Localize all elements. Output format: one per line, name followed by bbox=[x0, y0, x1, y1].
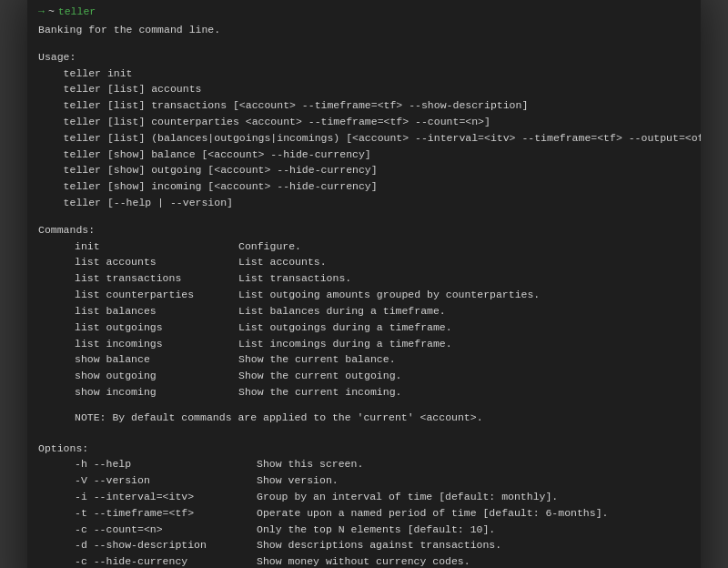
option-flag: -d --show-description bbox=[75, 537, 257, 553]
command-desc: List outgoing amounts grouped by counter… bbox=[238, 287, 690, 303]
commands-list: initConfigure.list accountsList accounts… bbox=[38, 238, 690, 401]
command-desc: List incomings during a timeframe. bbox=[238, 336, 690, 352]
usage-line: teller [list] counterparties <account> -… bbox=[38, 114, 690, 130]
option-desc: Show this screen. bbox=[257, 456, 690, 472]
command-desc: List accounts. bbox=[238, 254, 690, 270]
command-name: init bbox=[75, 238, 238, 255]
tagline: Banking for the command line. bbox=[38, 22, 690, 38]
terminal-body[interactable]: → ~ teller Banking for the command line.… bbox=[27, 0, 701, 568]
command-name: list balances bbox=[75, 303, 238, 320]
usage-line: teller [list] (balances|outgoings|incomi… bbox=[38, 130, 690, 147]
option-row: -d --show-descriptionShow descriptions a… bbox=[38, 537, 690, 553]
command-row: list accountsList accounts. bbox=[38, 254, 690, 270]
option-row: -V --versionShow version. bbox=[38, 472, 690, 489]
command-desc: List transactions. bbox=[238, 270, 690, 287]
option-desc: Only the top N elements [default: 10]. bbox=[257, 522, 690, 538]
command-name: show balance bbox=[75, 351, 238, 368]
note-line: NOTE: By default commands are applied to… bbox=[38, 410, 690, 426]
options-list: -h --helpShow this screen.-V --versionSh… bbox=[38, 456, 690, 568]
option-row: -c --count=<n>Only the top N elements [d… bbox=[38, 522, 690, 538]
command-row: show incomingShow the current incoming. bbox=[38, 384, 690, 401]
command-row: show balanceShow the current balance. bbox=[38, 351, 690, 368]
command-row: list balancesList balances during a time… bbox=[38, 303, 690, 320]
command-row: initConfigure. bbox=[38, 238, 690, 255]
command-desc: Show the current incoming. bbox=[238, 384, 690, 401]
usage-header: Usage: bbox=[38, 49, 690, 66]
usage-line: teller [list] accounts bbox=[38, 81, 690, 97]
prompt-command: teller bbox=[58, 4, 96, 20]
option-flag: -i --interval=<itv> bbox=[75, 489, 257, 505]
option-flag: -c --hide-currency bbox=[75, 553, 257, 568]
usage-line: teller [show] incoming [<account> --hide… bbox=[38, 178, 690, 195]
terminal-window: ↑ sebinsua — teller-cli — -zsh — 111×38 … bbox=[27, 0, 701, 568]
option-row: -h --helpShow this screen. bbox=[38, 456, 690, 472]
command-desc: Show the current balance. bbox=[238, 351, 690, 368]
option-desc: Show descriptions against transactions. bbox=[257, 537, 690, 553]
command-row: list incomingsList incomings during a ti… bbox=[38, 336, 690, 352]
command-desc: Show the current outgoing. bbox=[238, 368, 690, 384]
command-row: list transactionsList transactions. bbox=[38, 270, 690, 287]
usage-line: teller [list] transactions [<account> --… bbox=[38, 97, 690, 114]
option-desc: Show money without currency codes. bbox=[257, 553, 690, 568]
option-desc: Show version. bbox=[257, 472, 690, 489]
command-name: list accounts bbox=[75, 254, 238, 270]
command-name: show incoming bbox=[75, 384, 238, 401]
option-row: -i --interval=<itv>Group by an interval … bbox=[38, 489, 690, 505]
option-flag: -V --version bbox=[75, 472, 257, 489]
option-desc: Group by an interval of time [default: m… bbox=[257, 489, 690, 505]
prompt-arrow-icon: → bbox=[38, 4, 45, 20]
usage-line: teller [show] outgoing [<account> --hide… bbox=[38, 162, 690, 178]
option-flag: -c --count=<n> bbox=[75, 522, 257, 538]
command-name: list transactions bbox=[75, 270, 238, 287]
option-flag: -t --timeframe=<tf> bbox=[75, 505, 257, 522]
prompt-tilde: ~ bbox=[48, 4, 55, 20]
command-name: list counterparties bbox=[75, 287, 238, 303]
option-desc: Operate upon a named period of time [def… bbox=[257, 505, 690, 522]
command-row: list outgoingsList outgoings during a ti… bbox=[38, 320, 690, 336]
option-flag: -h --help bbox=[75, 456, 257, 472]
usage-lines: teller init teller [list] accounts telle… bbox=[38, 66, 690, 211]
command-row: list counterpartiesList outgoing amounts… bbox=[38, 287, 690, 303]
command-desc: Configure. bbox=[238, 238, 690, 255]
options-header: Options: bbox=[38, 441, 690, 457]
command-name: list incomings bbox=[75, 336, 238, 352]
prompt-line: → ~ teller bbox=[38, 4, 690, 20]
usage-line: teller init bbox=[38, 66, 690, 82]
command-desc: List outgoings during a timeframe. bbox=[238, 320, 690, 336]
usage-line: teller [--help | --version] bbox=[38, 195, 690, 211]
option-row: -t --timeframe=<tf>Operate upon a named … bbox=[38, 505, 690, 522]
commands-header: Commands: bbox=[38, 222, 690, 238]
command-name: show outgoing bbox=[75, 368, 238, 384]
command-name: list outgoings bbox=[75, 320, 238, 336]
option-row: -c --hide-currencyShow money without cur… bbox=[38, 553, 690, 568]
command-row: show outgoingShow the current outgoing. bbox=[38, 368, 690, 384]
usage-line: teller [show] balance [<account> --hide-… bbox=[38, 147, 690, 163]
command-desc: List balances during a timeframe. bbox=[238, 303, 690, 320]
